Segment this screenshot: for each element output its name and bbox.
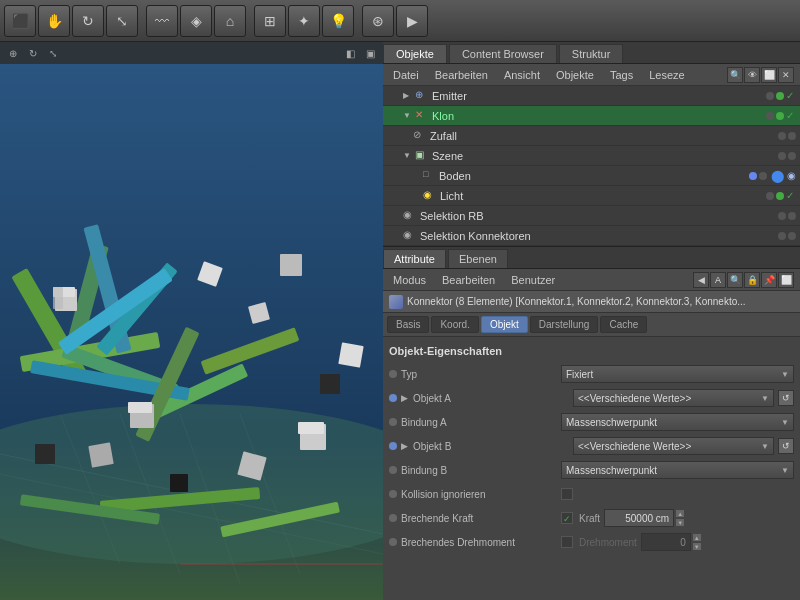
hand-icon[interactable]: ✋ [38, 5, 70, 37]
tab-ebenen[interactable]: Ebenen [448, 249, 508, 268]
attr-menu-modus[interactable]: Modus [389, 272, 430, 288]
prop-cycle-btn-objekt-b[interactable]: ↺ [778, 438, 794, 454]
prop-step-up-kraft[interactable]: ▲ [675, 509, 685, 518]
nurbs-icon[interactable]: ◈ [180, 5, 212, 37]
obj-render-dot-szene[interactable] [788, 152, 796, 160]
menu-datei[interactable]: Datei [389, 67, 423, 83]
obj-vis-dot-selkon[interactable] [778, 232, 786, 240]
deform-icon[interactable]: ⌂ [214, 5, 246, 37]
obj-row-selkon[interactable]: ◉ Selektion Konnektoren [383, 226, 800, 246]
sub-tab-objekt[interactable]: Objekt [481, 316, 528, 333]
obj-render-dot-emitter[interactable] [776, 92, 784, 100]
attr-menu-benutzer[interactable]: Benutzer [507, 272, 559, 288]
menu-objekte[interactable]: Objekte [552, 67, 598, 83]
prop-dot-objekt-b[interactable] [389, 442, 397, 450]
prop-step-up-drehmoment[interactable]: ▲ [692, 533, 702, 542]
vp-scale-icon[interactable]: ⤡ [44, 44, 62, 62]
tab-attribute[interactable]: Attribute [383, 249, 446, 268]
attr-arrow-right-icon[interactable]: A [710, 272, 726, 288]
prop-dot-brechkraft[interactable] [389, 514, 397, 522]
obj-row-boden[interactable]: □ Boden ⬤ ◉ [383, 166, 800, 186]
tab-objekte[interactable]: Objekte [383, 44, 447, 63]
obj-check-emitter[interactable]: ✓ [786, 90, 794, 101]
obj-render-dot-selkon[interactable] [788, 232, 796, 240]
prop-input-kraft[interactable] [604, 509, 674, 527]
sub-tab-cache[interactable]: Cache [600, 316, 647, 333]
prop-dropdown-objekt-b[interactable]: <<Verschiedene Werte>> ▼ [573, 437, 774, 455]
obj-right-zufall [778, 132, 796, 140]
light-icon[interactable]: 💡 [322, 5, 354, 37]
prop-step-down-drehmoment[interactable]: ▼ [692, 542, 702, 551]
obj-render-dot-licht[interactable] [776, 192, 784, 200]
prop-dot-bindung-a[interactable] [389, 418, 397, 426]
cube-icon[interactable]: ⬛ [4, 5, 36, 37]
prop-step-down-kraft[interactable]: ▼ [675, 518, 685, 527]
obj-vis-dot-emitter[interactable] [766, 92, 774, 100]
obj-vis-dot-boden[interactable] [749, 172, 757, 180]
obj-render-dot-klon[interactable] [776, 112, 784, 120]
prop-checkbox-brechkraft[interactable] [561, 512, 573, 524]
scale-icon[interactable]: ⤡ [106, 5, 138, 37]
particles-icon[interactable]: ✦ [288, 5, 320, 37]
attr-expand-icon[interactable]: ⬜ [778, 272, 794, 288]
obj-check-klon[interactable]: ✓ [786, 110, 794, 121]
obj-row-emitter[interactable]: ▶ ⊕ Emitter ✓ [383, 86, 800, 106]
vp-toggle2-icon[interactable]: ▣ [361, 44, 379, 62]
menu-ansicht[interactable]: Ansicht [500, 67, 544, 83]
obj-row-szene[interactable]: ▼ ▣ Szene [383, 146, 800, 166]
prop-dot-bindung-b[interactable] [389, 466, 397, 474]
rotate-icon[interactable]: ↻ [72, 5, 104, 37]
maximize-icon[interactable]: ⬜ [761, 67, 777, 83]
spline-icon[interactable]: 〰 [146, 5, 178, 37]
obj-row-zufall[interactable]: ⊘ Zufall [383, 126, 800, 146]
menu-leseze[interactable]: Leseze [645, 67, 688, 83]
prop-dot-brechdreh[interactable] [389, 538, 397, 546]
vp-toggle1-icon[interactable]: ◧ [341, 44, 359, 62]
obj-vis-dot-zufall[interactable] [778, 132, 786, 140]
obj-check-licht[interactable]: ✓ [786, 190, 794, 201]
obj-vis-dot-klon[interactable] [766, 112, 774, 120]
prop-input-drehmoment[interactable] [641, 533, 691, 551]
prop-dropdown-bindung-b[interactable]: Massenschwerpunkt ▼ [561, 461, 794, 479]
obj-vis-dot-licht[interactable] [766, 192, 774, 200]
prop-dropdown-bindung-a[interactable]: Massenschwerpunkt ▼ [561, 413, 794, 431]
xpresso-icon[interactable]: ⊛ [362, 5, 394, 37]
prop-checkbox-kollision[interactable] [561, 488, 573, 500]
search-icon[interactable]: 🔍 [727, 67, 743, 83]
attr-arrow-left-icon[interactable]: ◀ [693, 272, 709, 288]
vp-move-icon[interactable]: ⊕ [4, 44, 22, 62]
sub-tab-darstellung[interactable]: Darstellung [530, 316, 599, 333]
prop-dot-objekt-a[interactable] [389, 394, 397, 402]
sub-tab-koord[interactable]: Koord. [431, 316, 478, 333]
menu-bearbeiten[interactable]: Bearbeiten [431, 67, 492, 83]
prop-dot-typ[interactable] [389, 370, 397, 378]
attr-lock-icon[interactable]: 🔒 [744, 272, 760, 288]
obj-row-klon[interactable]: ▼ ✕ Klon ✓ [383, 106, 800, 126]
prop-checkbox-brechdreh[interactable] [561, 536, 573, 548]
menu-tags[interactable]: Tags [606, 67, 637, 83]
obj-render-dot-boden[interactable] [759, 172, 767, 180]
attr-search-icon[interactable]: 🔍 [727, 272, 743, 288]
sub-tab-basis[interactable]: Basis [387, 316, 429, 333]
vp-rotate-icon[interactable]: ↻ [24, 44, 42, 62]
obj-vis-dot-szene[interactable] [778, 152, 786, 160]
array-icon[interactable]: ⊞ [254, 5, 286, 37]
obj-vis-dot-selrb[interactable] [778, 212, 786, 220]
prop-dropdown-objekt-a[interactable]: <<Verschiedene Werte>> ▼ [573, 389, 774, 407]
prop-dropdown-typ[interactable]: Fixiert ▼ [561, 365, 794, 383]
obj-render-dot-selrb[interactable] [788, 212, 796, 220]
render-icon[interactable]: ▶ [396, 5, 428, 37]
obj-icon-boden: □ [423, 169, 437, 183]
tab-struktur[interactable]: Struktur [559, 44, 624, 63]
close-icon[interactable]: ✕ [778, 67, 794, 83]
prop-cycle-btn-objekt-a[interactable]: ↺ [778, 390, 794, 406]
prop-label-typ: Typ [401, 369, 561, 380]
obj-row-selrb[interactable]: ◉ Selektion RB [383, 206, 800, 226]
attr-menu-bearbeiten[interactable]: Bearbeiten [438, 272, 499, 288]
tab-content-browser[interactable]: Content Browser [449, 44, 557, 63]
attr-pin-icon[interactable]: 📌 [761, 272, 777, 288]
obj-render-dot-zufall[interactable] [788, 132, 796, 140]
eye-icon[interactable]: 👁 [744, 67, 760, 83]
obj-row-licht[interactable]: ◉ Licht ✓ [383, 186, 800, 206]
prop-dot-kollision[interactable] [389, 490, 397, 498]
